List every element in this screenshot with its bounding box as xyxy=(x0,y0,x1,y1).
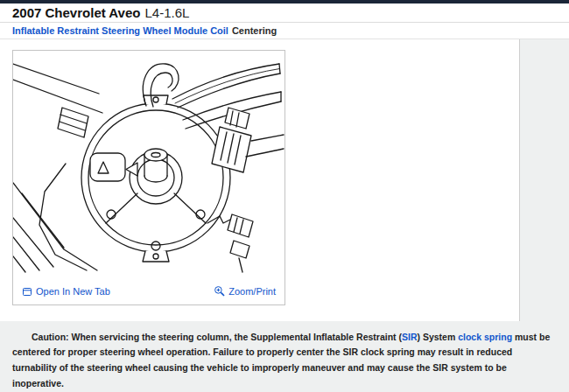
figure-toolbar: Open In New Tab Zoom/Print xyxy=(13,282,284,304)
sir-link[interactable]: SIR xyxy=(402,332,418,342)
open-in-new-tab-link[interactable]: Open In New Tab xyxy=(22,286,110,297)
caution-paragraph: Caution: When servicing the steering col… xyxy=(12,330,558,392)
zoom-print-link[interactable]: Zoom/Print xyxy=(214,285,276,297)
breadcrumb: Inflatable Restraint Steering Wheel Modu… xyxy=(0,23,569,39)
open-in-new-tab-label: Open In New Tab xyxy=(36,286,110,297)
content-area: Open In New Tab Zoom/Print xyxy=(0,39,569,321)
zoom-icon xyxy=(214,285,225,297)
clock-spring-drawing xyxy=(13,51,284,282)
caution-note: Caution: When servicing the steering col… xyxy=(0,321,569,392)
title-bar: 2007 Chevrolet Aveo L4-1.6L xyxy=(0,0,569,23)
module-coil-link[interactable]: Inflatable Restraint Steering Wheel Modu… xyxy=(12,25,228,36)
figure-panel: Open In New Tab Zoom/Print xyxy=(12,50,285,305)
caution-text-2: ) System xyxy=(418,332,459,342)
zoom-print-label: Zoom/Print xyxy=(228,286,276,297)
clock-spring-diagram xyxy=(13,51,284,282)
breadcrumb-suffix: Centering xyxy=(232,25,277,36)
right-gutter xyxy=(520,39,569,321)
vehicle-title: 2007 Chevrolet Aveo xyxy=(12,5,140,20)
content-panel: Open In New Tab Zoom/Print xyxy=(0,39,520,321)
page: 2007 Chevrolet Aveo L4-1.6L Inflatable R… xyxy=(0,0,569,392)
clock-spring-link[interactable]: clock spring xyxy=(458,332,512,342)
steering-column-shaft xyxy=(13,64,102,137)
open-in-new-tab-icon xyxy=(22,286,32,297)
vehicle-engine: L4-1.6L xyxy=(144,5,189,20)
caution-text-1: Caution: When servicing the steering col… xyxy=(32,332,402,342)
coil-connector xyxy=(212,108,284,172)
